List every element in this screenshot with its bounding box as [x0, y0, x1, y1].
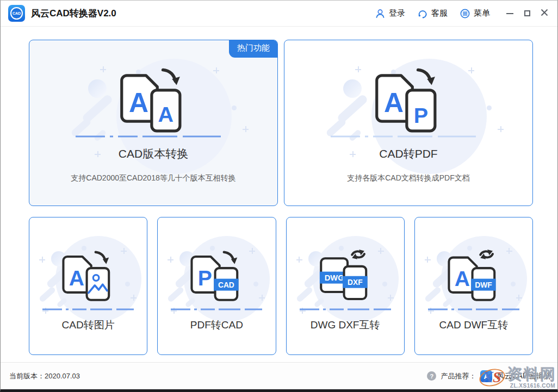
svg-text:DWF: DWF — [475, 281, 492, 289]
dwg-dxf-convert-icon: DWG DXF — [312, 247, 379, 302]
card-subtitle: 支持各版本CAD文档转换成PDF文档 — [347, 173, 470, 183]
pdf-to-cad-icon: P CAD — [183, 247, 250, 302]
promo-label: 产品推荐： — [441, 371, 476, 381]
card-title: PDF转CAD — [190, 318, 243, 332]
svg-text:CAD: CAD — [218, 281, 234, 289]
dash-underline — [300, 308, 391, 310]
card-cad-to-pdf[interactable]: A P CAD转PDF 支持各版本CAD文档转换成PDF文档 — [284, 40, 533, 206]
card-title: CAD DWF互转 — [439, 318, 509, 332]
minimize-icon — [506, 13, 513, 14]
cad-dwf-convert-icon: A DWF — [441, 247, 507, 302]
svg-text:A: A — [384, 88, 404, 119]
svg-text:A: A — [69, 266, 84, 290]
dash-underline — [428, 308, 519, 310]
close-icon — [541, 9, 548, 18]
card-dwg-dxf-convert[interactable]: DWG DXF DWG DXF互转 — [286, 217, 405, 355]
svg-text:DXF: DXF — [348, 278, 363, 287]
card-title: CAD转PDF — [379, 146, 437, 161]
svg-text:A: A — [455, 267, 470, 290]
card-title: DWG DXF互转 — [311, 318, 380, 332]
menu-label: 菜单 — [474, 8, 490, 18]
card-cad-dwf-convert[interactable]: A DWF CAD DWF互转 — [414, 217, 533, 355]
promo-app-icon[interactable]: A — [480, 370, 492, 382]
cad-to-image-icon: A — [55, 247, 121, 302]
maximize-icon — [524, 10, 530, 16]
window-controls — [501, 5, 553, 22]
customer-service-button[interactable]: 客服 — [417, 8, 448, 19]
svg-text:P: P — [198, 266, 212, 290]
card-cad-to-image[interactable]: A CAD转图片 — [29, 217, 147, 355]
card-subtitle: 支持CAD2000至CAD2018等几十个版本互相转换 — [71, 173, 235, 183]
close-button[interactable] — [536, 5, 553, 22]
svg-text:DWG: DWG — [324, 273, 344, 282]
card-pdf-to-cad[interactable]: P CAD PDF转CAD — [157, 217, 276, 355]
svg-text:P: P — [414, 103, 428, 127]
app-window: CAD 风云CAD转换器V2.0 登录 — [0, 0, 558, 392]
user-icon — [375, 8, 386, 19]
help-icon[interactable]: ? — [427, 371, 436, 381]
card-cad-version-convert[interactable]: 热门功能 A A CAD版本转换 支持CAD2000至CAD2018等几十个 — [29, 40, 278, 206]
minimize-button[interactable] — [501, 5, 518, 22]
headset-icon — [417, 8, 428, 19]
login-button[interactable]: 登录 — [375, 8, 405, 19]
card-title: CAD转图片 — [62, 318, 115, 332]
version-text: 当前版本：2020.07.03 — [9, 371, 80, 381]
menu-icon — [460, 8, 470, 19]
main-content: 热门功能 A A CAD版本转换 支持CAD2000至CAD2018等几十个 — [1, 27, 557, 362]
svg-text:A: A — [158, 102, 174, 126]
customer-service-label: 客服 — [431, 8, 448, 18]
dash-underline — [76, 135, 231, 138]
login-label: 登录 — [389, 8, 405, 18]
version-value: 2020.07.03 — [45, 372, 80, 380]
dash-underline — [171, 308, 262, 310]
svg-text:A: A — [129, 88, 148, 119]
cad-version-convert-icon: A A — [111, 63, 196, 133]
status-bar: 当前版本：2020.07.03 ? 产品推荐： A 风云CAD编辑器 X S 资… — [1, 362, 557, 389]
version-label: 当前版本： — [9, 372, 45, 380]
app-logo-text: CAD — [11, 8, 22, 18]
watermark-site-url: ZL.XS1616.COM — [510, 383, 555, 389]
card-title: CAD版本转换 — [119, 146, 188, 161]
hot-feature-badge: 热门功能 — [229, 40, 278, 58]
dash-underline — [331, 135, 486, 138]
app-title: 风云CAD转换器V2.0 — [31, 7, 116, 20]
promo-product-name[interactable]: 风云CAD编辑器 — [497, 371, 551, 381]
dash-underline — [42, 308, 134, 310]
app-logo-icon: CAD — [8, 5, 25, 22]
maximize-button[interactable] — [518, 5, 536, 22]
menu-button[interactable]: 菜单 — [460, 8, 490, 19]
product-recommendation: ? 产品推荐： A 风云CAD编辑器 — [427, 370, 553, 382]
cad-to-pdf-icon: A P — [366, 63, 451, 133]
titlebar: CAD 风云CAD转换器V2.0 登录 — [1, 1, 557, 27]
